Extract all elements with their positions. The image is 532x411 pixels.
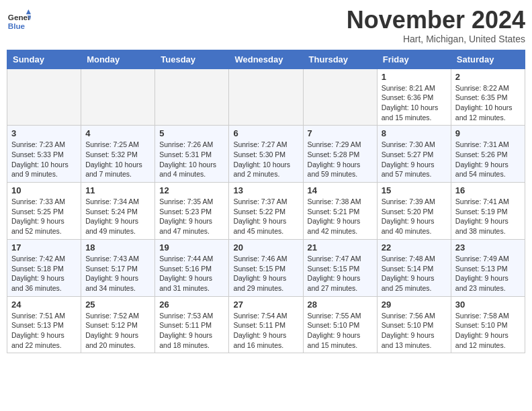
day-cell: 11Sunrise: 7:34 AM Sunset: 5:24 PM Dayli…: [81, 183, 155, 240]
day-number: 16: [455, 185, 521, 195]
svg-text:Blue: Blue: [8, 21, 26, 30]
header-sunday: Sunday: [7, 50, 81, 68]
location: Hart, Michigan, United States: [347, 34, 525, 44]
day-number: 14: [308, 185, 373, 195]
day-info: Sunrise: 7:23 AM Sunset: 5:33 PM Dayligh…: [11, 140, 77, 179]
day-cell: 2Sunrise: 8:22 AM Sunset: 6:35 PM Daylig…: [451, 68, 525, 126]
header-monday: Monday: [81, 50, 155, 68]
day-cell: 24Sunrise: 7:51 AM Sunset: 5:13 PM Dayli…: [7, 296, 81, 353]
day-cell: 18Sunrise: 7:43 AM Sunset: 5:17 PM Dayli…: [81, 239, 155, 296]
header-friday: Friday: [377, 50, 451, 68]
day-info: Sunrise: 7:52 AM Sunset: 5:12 PM Dayligh…: [85, 311, 150, 351]
day-info: Sunrise: 7:34 AM Sunset: 5:24 PM Dayligh…: [85, 197, 150, 236]
day-number: 28: [308, 300, 373, 310]
day-info: Sunrise: 7:44 AM Sunset: 5:16 PM Dayligh…: [159, 254, 224, 293]
day-number: 23: [455, 242, 521, 253]
calendar-table: SundayMondayTuesdayWednesdayThursdayFrid…: [7, 50, 525, 354]
day-number: 12: [159, 185, 224, 195]
day-number: 29: [382, 300, 447, 310]
day-info: Sunrise: 7:37 AM Sunset: 5:22 PM Dayligh…: [233, 197, 298, 236]
day-cell: 21Sunrise: 7:47 AM Sunset: 5:15 PM Dayli…: [303, 239, 377, 296]
day-number: 20: [233, 242, 298, 253]
day-cell: [303, 68, 377, 126]
day-info: Sunrise: 7:48 AM Sunset: 5:14 PM Dayligh…: [382, 254, 447, 293]
day-cell: 14Sunrise: 7:38 AM Sunset: 5:21 PM Dayli…: [303, 183, 377, 240]
week-row-5: 24Sunrise: 7:51 AM Sunset: 5:13 PM Dayli…: [7, 296, 525, 353]
page-header: General Blue November 2024 Hart, Michiga…: [7, 7, 525, 44]
day-info: Sunrise: 7:47 AM Sunset: 5:15 PM Dayligh…: [308, 254, 373, 293]
day-info: Sunrise: 7:51 AM Sunset: 5:13 PM Dayligh…: [11, 311, 77, 351]
day-number: 6: [233, 128, 298, 138]
day-cell: 19Sunrise: 7:44 AM Sunset: 5:16 PM Dayli…: [155, 239, 229, 296]
day-number: 1: [382, 72, 447, 82]
day-info: Sunrise: 7:46 AM Sunset: 5:15 PM Dayligh…: [233, 254, 298, 293]
day-number: 11: [85, 185, 150, 195]
week-row-4: 17Sunrise: 7:42 AM Sunset: 5:18 PM Dayli…: [7, 239, 525, 296]
header-wednesday: Wednesday: [229, 50, 303, 68]
header-tuesday: Tuesday: [155, 50, 229, 68]
day-info: Sunrise: 7:31 AM Sunset: 5:26 PM Dayligh…: [455, 140, 521, 179]
month-title: November 2024: [347, 7, 525, 34]
day-number: 22: [382, 242, 447, 253]
day-cell: 4Sunrise: 7:25 AM Sunset: 5:32 PM Daylig…: [81, 126, 155, 183]
day-cell: 9Sunrise: 7:31 AM Sunset: 5:26 PM Daylig…: [451, 126, 525, 183]
day-info: Sunrise: 7:33 AM Sunset: 5:25 PM Dayligh…: [11, 197, 77, 236]
day-info: Sunrise: 7:53 AM Sunset: 5:11 PM Dayligh…: [159, 311, 224, 351]
day-cell: 17Sunrise: 7:42 AM Sunset: 5:18 PM Dayli…: [7, 239, 81, 296]
day-cell: 27Sunrise: 7:54 AM Sunset: 5:11 PM Dayli…: [229, 296, 303, 353]
day-number: 27: [233, 300, 298, 310]
day-number: 19: [159, 242, 224, 253]
day-number: 7: [308, 128, 373, 138]
day-cell: 16Sunrise: 7:41 AM Sunset: 5:19 PM Dayli…: [451, 183, 525, 240]
day-number: 21: [308, 242, 373, 253]
day-cell: [229, 68, 303, 126]
day-info: Sunrise: 7:25 AM Sunset: 5:32 PM Dayligh…: [85, 140, 150, 179]
day-info: Sunrise: 7:54 AM Sunset: 5:11 PM Dayligh…: [233, 311, 298, 351]
day-info: Sunrise: 7:35 AM Sunset: 5:23 PM Dayligh…: [159, 197, 224, 236]
day-number: 13: [233, 185, 298, 195]
day-number: 24: [11, 300, 77, 310]
logo: General Blue: [7, 9, 31, 34]
day-cell: 1Sunrise: 8:21 AM Sunset: 6:36 PM Daylig…: [377, 68, 451, 126]
week-row-1: 1Sunrise: 8:21 AM Sunset: 6:36 PM Daylig…: [7, 68, 525, 126]
day-number: 15: [382, 185, 447, 195]
week-row-3: 10Sunrise: 7:33 AM Sunset: 5:25 PM Dayli…: [7, 183, 525, 240]
header-saturday: Saturday: [451, 50, 525, 68]
day-cell: 25Sunrise: 7:52 AM Sunset: 5:12 PM Dayli…: [81, 296, 155, 353]
day-number: 5: [159, 128, 224, 138]
day-info: Sunrise: 7:26 AM Sunset: 5:31 PM Dayligh…: [159, 140, 224, 179]
day-cell: 26Sunrise: 7:53 AM Sunset: 5:11 PM Dayli…: [155, 296, 229, 353]
day-cell: 3Sunrise: 7:23 AM Sunset: 5:33 PM Daylig…: [7, 126, 81, 183]
week-row-2: 3Sunrise: 7:23 AM Sunset: 5:33 PM Daylig…: [7, 126, 525, 183]
day-cell: 5Sunrise: 7:26 AM Sunset: 5:31 PM Daylig…: [155, 126, 229, 183]
day-info: Sunrise: 7:30 AM Sunset: 5:27 PM Dayligh…: [382, 140, 447, 179]
day-info: Sunrise: 7:38 AM Sunset: 5:21 PM Dayligh…: [308, 197, 373, 236]
day-number: 10: [11, 185, 77, 195]
day-number: 18: [85, 242, 150, 253]
day-info: Sunrise: 7:39 AM Sunset: 5:20 PM Dayligh…: [382, 197, 447, 236]
day-info: Sunrise: 7:58 AM Sunset: 5:10 PM Dayligh…: [455, 311, 521, 351]
day-info: Sunrise: 7:41 AM Sunset: 5:19 PM Dayligh…: [455, 197, 521, 236]
day-info: Sunrise: 7:42 AM Sunset: 5:18 PM Dayligh…: [11, 254, 77, 293]
day-number: 9: [455, 128, 521, 138]
day-cell: 28Sunrise: 7:55 AM Sunset: 5:10 PM Dayli…: [303, 296, 377, 353]
day-info: Sunrise: 7:56 AM Sunset: 5:10 PM Dayligh…: [382, 311, 447, 351]
title-block: November 2024 Hart, Michigan, United Sta…: [347, 7, 525, 44]
day-number: 3: [11, 128, 77, 138]
day-number: 2: [455, 72, 521, 82]
day-number: 8: [382, 128, 447, 138]
day-cell: 13Sunrise: 7:37 AM Sunset: 5:22 PM Dayli…: [229, 183, 303, 240]
day-cell: [7, 68, 81, 126]
day-info: Sunrise: 7:29 AM Sunset: 5:28 PM Dayligh…: [308, 140, 373, 179]
day-cell: 29Sunrise: 7:56 AM Sunset: 5:10 PM Dayli…: [377, 296, 451, 353]
logo-icon: General Blue: [7, 9, 31, 34]
day-cell: [155, 68, 229, 126]
day-info: Sunrise: 7:55 AM Sunset: 5:10 PM Dayligh…: [308, 311, 373, 351]
header-thursday: Thursday: [303, 50, 377, 68]
svg-marker-2: [26, 9, 31, 14]
day-info: Sunrise: 8:21 AM Sunset: 6:36 PM Dayligh…: [382, 83, 447, 123]
day-cell: 7Sunrise: 7:29 AM Sunset: 5:28 PM Daylig…: [303, 126, 377, 183]
day-info: Sunrise: 8:22 AM Sunset: 6:35 PM Dayligh…: [455, 83, 521, 123]
day-number: 17: [11, 242, 77, 253]
day-cell: 30Sunrise: 7:58 AM Sunset: 5:10 PM Dayli…: [451, 296, 525, 353]
